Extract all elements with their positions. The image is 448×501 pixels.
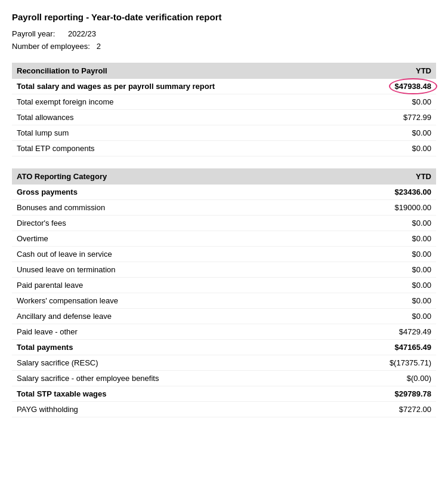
row-label: Total lump sum bbox=[17, 128, 372, 137]
row-label: Total allowances bbox=[17, 113, 372, 122]
row-label: Bonuses and commission bbox=[17, 203, 372, 212]
row-label: Total salary and wages as per payroll su… bbox=[17, 82, 372, 91]
ato-header: ATO Reporting Category YTD bbox=[12, 168, 436, 185]
row-label: Director's fees bbox=[17, 219, 372, 228]
row-value: $(0.00) bbox=[372, 374, 431, 383]
table-row: Paid leave - other $4729.49 bbox=[12, 324, 436, 340]
page-title: Payroll reporting - Year-to-date verific… bbox=[12, 12, 436, 22]
table-row: Ancillary and defense leave $0.00 bbox=[12, 309, 436, 324]
table-row: Total lump sum $0.00 bbox=[12, 125, 436, 141]
reconciliation-section: Reconciliation to Payroll YTD Total sala… bbox=[12, 63, 436, 156]
row-label: Salary sacrifice (RESC) bbox=[17, 358, 372, 367]
row-value: $47165.49 bbox=[372, 343, 431, 352]
employees-label: Number of employees: bbox=[12, 42, 90, 51]
row-value: $772.99 bbox=[372, 113, 431, 122]
ato-header-label: ATO Reporting Category bbox=[17, 172, 107, 181]
row-value: $0.00 bbox=[372, 312, 431, 321]
employees-value: 2 bbox=[97, 42, 101, 51]
table-row: Salary sacrifice - other employee benefi… bbox=[12, 371, 436, 386]
table-row: Bonuses and commission $19000.00 bbox=[12, 200, 436, 216]
row-value: $0.00 bbox=[372, 144, 431, 153]
row-value: $0.00 bbox=[372, 265, 431, 274]
row-label: PAYG withholding bbox=[17, 405, 372, 414]
table-row: Total payments $47165.49 bbox=[12, 340, 436, 355]
row-value: $23436.00 bbox=[372, 188, 431, 196]
row-value: $0.00 bbox=[372, 234, 431, 243]
table-row: Total salary and wages as per payroll su… bbox=[12, 79, 436, 94]
table-row: Workers' compensation leave $0.00 bbox=[12, 293, 436, 309]
meta-employees: Number of employees: 2 bbox=[12, 42, 436, 51]
row-label: Salary sacrifice - other employee benefi… bbox=[17, 374, 372, 383]
table-row: Salary sacrifice (RESC) $(17375.71) bbox=[12, 355, 436, 371]
row-label: Paid parental leave bbox=[17, 281, 372, 290]
row-label: Cash out of leave in service bbox=[17, 250, 372, 259]
row-label: Unused leave on termination bbox=[17, 265, 372, 274]
row-value: $0.00 bbox=[372, 296, 431, 305]
payroll-year-value: 2022/23 bbox=[68, 29, 96, 38]
reconciliation-ytd-label: YTD bbox=[416, 66, 431, 75]
table-row: Unused leave on termination $0.00 bbox=[12, 262, 436, 278]
payroll-year-label: Payroll year: bbox=[12, 29, 55, 38]
table-row: Cash out of leave in service $0.00 bbox=[12, 247, 436, 262]
table-row: Total STP taxable wages $29789.78 bbox=[12, 386, 436, 402]
row-label: Gross payments bbox=[17, 188, 372, 196]
ato-ytd-label: YTD bbox=[416, 172, 431, 181]
row-value: $7272.00 bbox=[372, 405, 431, 414]
row-label: Total ETP components bbox=[17, 144, 372, 153]
row-value: $0.00 bbox=[372, 250, 431, 259]
row-value: $4729.49 bbox=[372, 327, 431, 336]
ato-section: ATO Reporting Category YTD Gross payment… bbox=[12, 168, 436, 417]
row-label: Total payments bbox=[17, 343, 372, 352]
table-row: Total exempt foreign income $0.00 bbox=[12, 94, 436, 110]
row-value: $0.00 bbox=[372, 219, 431, 228]
table-row: Total allowances $772.99 bbox=[12, 110, 436, 125]
row-label: Total exempt foreign income bbox=[17, 97, 372, 106]
row-value: $0.00 bbox=[372, 128, 431, 137]
reconciliation-header-label: Reconciliation to Payroll bbox=[17, 66, 107, 75]
highlighted-value: $47938.48 bbox=[395, 82, 431, 91]
reconciliation-header: Reconciliation to Payroll YTD bbox=[12, 63, 436, 79]
row-value: $(17375.71) bbox=[372, 358, 431, 367]
row-value: $0.00 bbox=[372, 97, 431, 106]
row-value: $0.00 bbox=[372, 281, 431, 290]
table-row: PAYG withholding $7272.00 bbox=[12, 402, 436, 417]
table-row: Gross payments $23436.00 bbox=[12, 185, 436, 200]
row-label: Workers' compensation leave bbox=[17, 296, 372, 305]
row-label: Ancillary and defense leave bbox=[17, 312, 372, 321]
row-value: $19000.00 bbox=[372, 203, 431, 212]
row-label: Overtime bbox=[17, 234, 372, 243]
row-label: Paid leave - other bbox=[17, 327, 372, 336]
row-value: $29789.78 bbox=[372, 389, 431, 398]
table-row: Paid parental leave $0.00 bbox=[12, 278, 436, 293]
table-row: Director's fees $0.00 bbox=[12, 216, 436, 231]
row-value: $47938.48 bbox=[372, 82, 431, 91]
meta-payroll-year: Payroll year: 2022/23 bbox=[12, 29, 436, 38]
table-row: Total ETP components $0.00 bbox=[12, 141, 436, 156]
table-row: Overtime $0.00 bbox=[12, 231, 436, 247]
row-label: Total STP taxable wages bbox=[17, 389, 372, 398]
